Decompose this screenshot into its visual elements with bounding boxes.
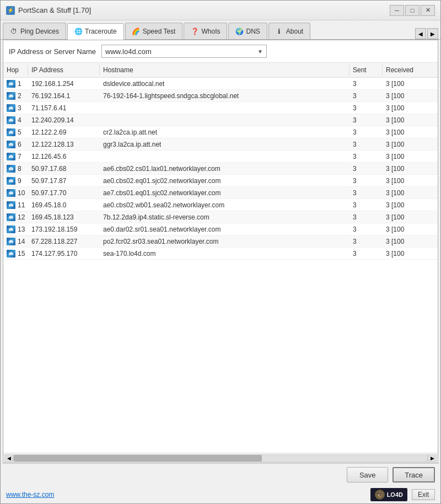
nav-next-button[interactable]: ▶ <box>427 28 438 39</box>
cell-hostname: dsldevice.attlocal.net <box>100 79 349 89</box>
cell-ip: 50.97.17.68 <box>28 164 100 174</box>
cell-received: 3 [100 <box>383 224 438 234</box>
cell-ip: 169.45.18.123 <box>28 212 100 222</box>
cell-hostname: ggr3.la2ca.ip.att.net <box>100 140 349 149</box>
cell-received: 3 [100 <box>383 188 438 198</box>
cell-hostname: ae0.cbs02.eq01.sjc02.networklayer.com <box>100 176 349 186</box>
tab-whois[interactable]: ❓ WhoIs <box>184 23 227 39</box>
cell-ip: 174.127.95.170 <box>28 249 100 259</box>
cell-hop: 15 <box>3 249 28 259</box>
table-row[interactable]: 10 50.97.17.70 ae7.cbs01.eq01.sjc02.netw… <box>3 187 438 199</box>
cell-hop: 6 <box>3 140 28 149</box>
tab-bar: ⏱ Ping Devices 🌐 Traceroute 🌈 Speed Test… <box>1 20 440 40</box>
cell-sent: 3 <box>349 103 383 113</box>
minimize-button[interactable]: ─ <box>390 5 404 16</box>
cell-ip: 12.126.45.6 <box>28 152 100 162</box>
cell-received: 3 [100 <box>383 103 438 113</box>
table-row[interactable]: 11 169.45.18.0 ae0.cbs02.wb01.sea02.netw… <box>3 199 438 211</box>
title-bar: ⚡ PortScan & Stuff [1.70] ─ □ ✕ <box>1 1 440 20</box>
cell-ip: 169.45.18.0 <box>28 200 100 210</box>
table-row[interactable]: 4 12.240.209.14 3 3 [100 <box>3 114 438 126</box>
cell-received: 3 [100 <box>383 91 438 101</box>
cell-received: 3 [100 <box>383 152 438 162</box>
app-icon: ⚡ <box>6 6 15 15</box>
traceroute-icon: 🌐 <box>74 28 82 35</box>
tab-traceroute[interactable]: 🌐 Traceroute <box>67 23 124 40</box>
cell-sent: 3 <box>349 212 383 222</box>
cell-received: 3 [100 <box>383 249 438 259</box>
horizontal-scrollbar[interactable]: ◀ ▶ <box>3 453 438 463</box>
nav-prev-button[interactable]: ◀ <box>415 28 426 39</box>
cell-sent: 3 <box>349 164 383 174</box>
col-ip: IP Address <box>28 65 100 76</box>
cell-hop: 10 <box>3 188 28 198</box>
cell-hop: 8 <box>3 164 28 174</box>
footer-link[interactable]: www.the-sz.com <box>6 491 54 498</box>
traceroute-table: Hop IP Address Hostname Sent Received 1 … <box>3 63 438 453</box>
whois-icon: ❓ <box>191 28 198 35</box>
table-row[interactable]: 6 12.122.128.13 ggr3.la2ca.ip.att.net 3 … <box>3 138 438 151</box>
cell-hostname: ae0.dar02.sr01.sea01.networklayer.com <box>100 224 349 234</box>
cell-ip: 76.192.164.1 <box>28 91 100 101</box>
scroll-left-button[interactable]: ◀ <box>4 454 13 462</box>
cell-hostname: ae6.cbs02.cs01.lax01.networklayer.com <box>100 164 349 174</box>
tab-ping[interactable]: ⏱ Ping Devices <box>3 23 66 39</box>
cell-hop: 13 <box>3 224 28 234</box>
table-row[interactable]: 13 173.192.18.159 ae0.dar02.sr01.sea01.n… <box>3 223 438 235</box>
row-icon <box>7 189 15 197</box>
table-row[interactable]: 12 169.45.18.123 7b.12.2da9.ip4.static.s… <box>3 211 438 223</box>
cell-sent: 3 <box>349 249 383 259</box>
trace-button[interactable]: Trace <box>392 467 435 482</box>
cell-ip: 50.97.17.87 <box>28 176 100 186</box>
cell-ip: 192.168.1.254 <box>28 79 100 89</box>
table-header: Hop IP Address Hostname Sent Received <box>3 63 438 78</box>
tab-nav-arrows: ◀ ▶ <box>415 28 438 39</box>
table-row[interactable]: 14 67.228.118.227 po2.fcr02.sr03.sea01.n… <box>3 235 438 248</box>
table-row[interactable]: 1 192.168.1.254 dsldevice.attlocal.net 3… <box>3 78 438 90</box>
table-row[interactable]: 15 174.127.95.170 sea-170.lo4d.com 3 3 [… <box>3 248 438 260</box>
cell-hostname: cr2.la2ca.ip.att.net <box>100 127 349 137</box>
save-button[interactable]: Save <box>347 467 388 482</box>
tab-dns[interactable]: 🌍 DNS <box>228 23 267 39</box>
tab-about[interactable]: ℹ About <box>268 23 310 39</box>
cell-sent: 3 <box>349 237 383 246</box>
row-icon <box>7 177 15 185</box>
exit-button[interactable]: Exit <box>412 489 435 500</box>
scrollbar-thumb[interactable] <box>14 455 262 462</box>
cell-sent: 3 <box>349 188 383 198</box>
cell-hostname: sea-170.lo4d.com <box>100 249 349 259</box>
table-row[interactable]: 8 50.97.17.68 ae6.cbs02.cs01.lax01.netwo… <box>3 163 438 175</box>
cell-hostname: ae7.cbs01.eq01.sjc02.networklayer.com <box>100 188 349 198</box>
address-dropdown[interactable]: www.lo4d.com ▼ <box>101 45 267 58</box>
table-row[interactable]: 2 76.192.164.1 76-192-164-1.lightspeed.s… <box>3 90 438 102</box>
watermark: 🦅 LO4D <box>370 488 407 501</box>
table-row[interactable]: 5 12.122.2.69 cr2.la2ca.ip.att.net 3 3 [… <box>3 126 438 138</box>
row-icon <box>7 141 15 148</box>
cell-hop: 14 <box>3 237 28 246</box>
cell-sent: 3 <box>349 79 383 89</box>
cell-ip: 67.228.118.227 <box>28 237 100 246</box>
row-icon <box>7 165 15 173</box>
scroll-right-button[interactable]: ▶ <box>428 454 437 462</box>
ping-icon: ⏱ <box>10 28 18 35</box>
table-row[interactable]: 3 71.157.6.41 3 3 [100 <box>3 102 438 114</box>
cell-hop: 4 <box>3 115 28 125</box>
maximize-button[interactable]: □ <box>405 5 420 16</box>
window-title: PortScan & Stuff [1.70] <box>18 6 91 14</box>
row-icon <box>7 116 15 124</box>
watermark-icon: 🦅 <box>375 490 385 500</box>
cell-received: 3 [100 <box>383 79 438 89</box>
window-controls: ─ □ ✕ <box>390 5 435 16</box>
footer-right: 🦅 LO4D Exit <box>370 488 435 501</box>
close-button[interactable]: ✕ <box>421 5 435 16</box>
bottom-toolbar: Save Trace <box>1 463 440 486</box>
cell-hop: 5 <box>3 127 28 137</box>
cell-hostname: 76-192-164-1.lightspeed.sndgca.sbcglobal… <box>100 91 349 101</box>
cell-received: 3 [100 <box>383 140 438 149</box>
cell-hostname <box>100 107 349 109</box>
scrollbar-track[interactable] <box>13 454 428 462</box>
table-row[interactable]: 9 50.97.17.87 ae0.cbs02.eq01.sjc02.netwo… <box>3 175 438 187</box>
table-row[interactable]: 7 12.126.45.6 3 3 [100 <box>3 151 438 163</box>
tab-speedtest[interactable]: 🌈 Speed Test <box>125 23 183 39</box>
cell-received: 3 [100 <box>383 164 438 174</box>
